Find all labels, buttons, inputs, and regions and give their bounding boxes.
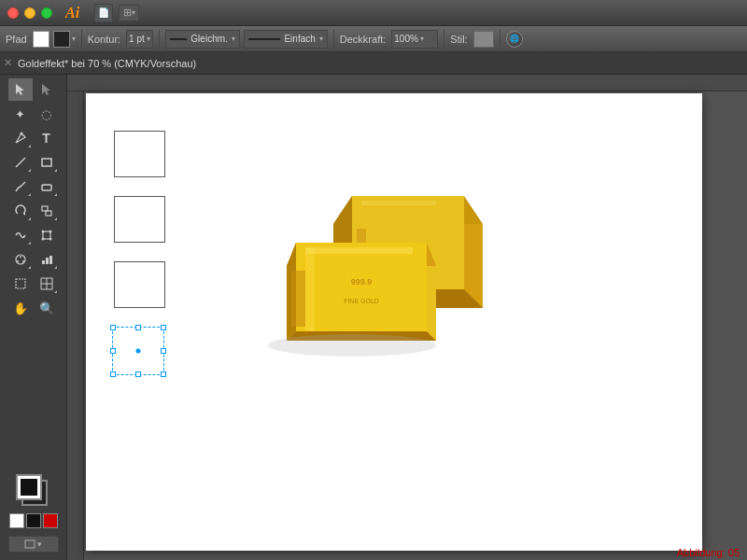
- abbildung-text: Abbildung: 05: [677, 547, 740, 558]
- column-graph-tool[interactable]: [35, 248, 59, 271]
- tool-row-5: [0, 175, 66, 198]
- tool-row-3: T: [0, 127, 66, 149]
- style-swatch[interactable]: [473, 31, 494, 48]
- svg-point-15: [20, 256, 21, 258]
- select-tool[interactable]: [8, 78, 33, 101]
- separator2: [159, 30, 160, 49]
- tab-close-button[interactable]: ✕: [4, 57, 12, 69]
- pen-tool[interactable]: [8, 127, 33, 149]
- handle-tm[interactable]: [135, 325, 141, 330]
- canvas-square-1[interactable]: [114, 131, 165, 177]
- svg-line-3: [16, 158, 25, 167]
- handle-tl[interactable]: [110, 325, 116, 330]
- svg-rect-4: [42, 159, 51, 166]
- tool-row-1: [0, 78, 66, 101]
- artboard-tool[interactable]: [8, 273, 33, 295]
- view-dropdown[interactable]: ⊞▾: [119, 5, 139, 21]
- hand-tool[interactable]: ✋: [8, 297, 33, 319]
- stroke-swatch-arrow[interactable]: ▾: [72, 35, 76, 43]
- tool-row-2: ✦ ◌: [0, 103, 66, 125]
- tool-row-10: ✋ 🔍: [0, 297, 66, 319]
- warp-tool[interactable]: [8, 224, 33, 246]
- svg-rect-5: [42, 185, 51, 190]
- tool-row-7: [0, 224, 66, 246]
- stroke-swatch[interactable]: [53, 31, 70, 48]
- color-mode-row: [4, 513, 63, 528]
- canvas[interactable]: 999.9 999.9 FINE GOLD: [86, 93, 702, 551]
- minimize-button[interactable]: [24, 7, 35, 19]
- stroke-style1-select[interactable]: Gleichm. ▾: [165, 30, 240, 49]
- fill-stroke-swatches[interactable]: [16, 474, 51, 510]
- svg-text:999.9: 999.9: [351, 277, 373, 287]
- red-swatch[interactable]: [43, 513, 58, 528]
- zoom-tool[interactable]: 🔍: [35, 297, 59, 319]
- document-icon[interactable]: 📄: [94, 4, 113, 22]
- svg-point-11: [49, 231, 51, 233]
- svg-point-12: [41, 238, 44, 241]
- canvas-square-2[interactable]: [114, 196, 165, 243]
- canvas-square-4-selected[interactable]: [112, 327, 164, 375]
- paintbrush-tool[interactable]: [8, 175, 33, 198]
- svg-text:FINE GOLD: FINE GOLD: [344, 298, 379, 304]
- svg-point-16: [17, 260, 19, 262]
- stroke-style2-label: Einfach: [284, 34, 315, 44]
- separator3: [333, 30, 334, 49]
- rotate-tool[interactable]: [8, 200, 33, 222]
- separator5: [500, 30, 500, 49]
- svg-rect-20: [49, 256, 52, 264]
- line-tool[interactable]: [8, 151, 33, 174]
- slice-tool[interactable]: [35, 273, 59, 295]
- tool-row-9: [0, 273, 66, 295]
- foreground-swatch[interactable]: [16, 474, 42, 500]
- close-button[interactable]: [7, 7, 19, 19]
- svg-point-44: [268, 334, 436, 357]
- svg-point-2: [20, 133, 22, 135]
- svg-marker-39: [305, 247, 413, 254]
- stroke-weight-select[interactable]: 1 pt▾: [126, 30, 153, 49]
- svg-marker-38: [296, 243, 427, 331]
- free-transform-tool[interactable]: [35, 224, 59, 246]
- separator: [81, 30, 82, 49]
- tool-row-8: [0, 248, 66, 271]
- canvas-square-3[interactable]: [114, 261, 165, 308]
- deckkraft-select[interactable]: 100%▾: [391, 30, 438, 49]
- svg-point-13: [49, 238, 51, 241]
- maximize-button[interactable]: [41, 7, 52, 19]
- magic-wand-tool[interactable]: ✦: [8, 103, 33, 125]
- svg-rect-21: [16, 279, 25, 288]
- type-tool[interactable]: T: [35, 127, 59, 149]
- symbol-sprayer-tool[interactable]: [8, 248, 33, 271]
- svg-rect-25: [25, 540, 35, 548]
- handle-mr[interactable]: [161, 348, 166, 354]
- lasso-tool[interactable]: ◌: [35, 103, 59, 125]
- handle-ml[interactable]: [110, 348, 116, 354]
- kontur-label: Kontur:: [88, 34, 120, 45]
- toolbar: Pfad ▾ Kontur: 1 pt▾ Gleichm. ▾ Einfach …: [0, 26, 747, 52]
- stroke-style2-select[interactable]: Einfach ▾: [244, 30, 328, 49]
- svg-rect-8: [46, 211, 51, 216]
- globe-icon[interactable]: 🌐: [506, 31, 523, 48]
- tab-title[interactable]: Goldeffekt* bei 70 % (CMYK/Vorschau): [18, 58, 196, 69]
- handle-bl[interactable]: [110, 371, 116, 377]
- white-swatch[interactable]: [9, 513, 24, 528]
- main-area: ✦ ◌ T: [0, 75, 747, 560]
- handle-br[interactable]: [161, 371, 166, 377]
- separator4: [444, 30, 444, 49]
- handle-bm[interactable]: [135, 371, 141, 377]
- eraser-tool[interactable]: [35, 175, 59, 198]
- svg-rect-9: [43, 231, 50, 239]
- svg-rect-19: [46, 258, 49, 264]
- ruler-left: [67, 91, 84, 560]
- svg-rect-7: [42, 206, 48, 211]
- scale-tool[interactable]: [35, 200, 59, 222]
- fill-swatch[interactable]: [33, 31, 49, 48]
- statusbar: Abbildung: 05: [669, 545, 747, 560]
- rect-tool[interactable]: [35, 151, 59, 174]
- direct-select-tool[interactable]: [35, 78, 59, 101]
- stroke-style1-label: Gleichm.: [190, 34, 227, 44]
- black-swatch[interactable]: [26, 513, 41, 528]
- ruler-top: [67, 75, 747, 91]
- gold-bars-image: 999.9 999.9 FINE GOLD: [231, 168, 492, 383]
- handle-tr[interactable]: [161, 325, 166, 330]
- screen-mode-btn[interactable]: ▾: [8, 536, 59, 553]
